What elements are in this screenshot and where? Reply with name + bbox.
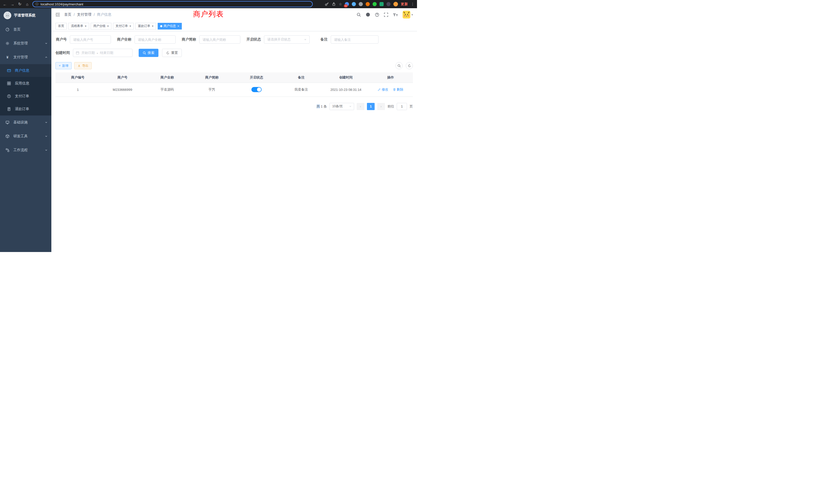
create-time-range-picker[interactable]: 开始日期 - 结束日期 bbox=[73, 49, 132, 57]
monitor-icon bbox=[5, 120, 10, 124]
help-icon[interactable] bbox=[375, 13, 379, 17]
col-header-merchant-no: 商户号 bbox=[100, 72, 145, 83]
user-avatar bbox=[403, 11, 410, 19]
tab-close-icon[interactable]: × bbox=[129, 24, 131, 28]
app-title: 芋道管理系统 bbox=[14, 13, 36, 18]
reload-icon[interactable]: ↻ bbox=[18, 2, 22, 6]
sidebar-item-infrastructure[interactable]: 基础设施 bbox=[0, 115, 51, 129]
status-select[interactable]: 请选择开启状态 bbox=[264, 36, 310, 44]
chevron-down-icon bbox=[304, 38, 307, 41]
goto-page-input[interactable] bbox=[397, 103, 407, 110]
show-search-toggle-button[interactable] bbox=[395, 62, 403, 69]
next-page-button[interactable]: › bbox=[377, 103, 385, 110]
tab-user-group[interactable]: 用户分组 × bbox=[91, 23, 111, 29]
refresh-icon bbox=[408, 64, 411, 68]
tab-process-form[interactable]: 流程表单 × bbox=[68, 23, 89, 29]
create-time-label: 创建时间 bbox=[56, 50, 73, 55]
prev-page-button[interactable]: ‹ bbox=[357, 103, 364, 110]
extension-icon[interactable] bbox=[352, 2, 356, 6]
col-header-status: 开启状态 bbox=[234, 72, 279, 83]
page-size-select[interactable]: 10条/页 bbox=[329, 103, 354, 110]
filter-merchant-no: 商户号 bbox=[56, 36, 111, 44]
share-icon[interactable] bbox=[332, 2, 336, 6]
browser-menu-icon[interactable]: ⋮ bbox=[411, 2, 414, 6]
search-icon[interactable] bbox=[357, 13, 361, 17]
edit-link[interactable]: 修改 bbox=[378, 87, 388, 92]
extension-icon[interactable] bbox=[359, 2, 363, 6]
full-name-input[interactable] bbox=[135, 36, 176, 44]
notification-badge: 10 bbox=[344, 4, 348, 7]
browser-profile-avatar[interactable] bbox=[393, 2, 398, 6]
chevron-down-icon bbox=[349, 105, 352, 108]
status-toggle[interactable] bbox=[251, 87, 262, 92]
home-icon[interactable]: ⌂ bbox=[25, 2, 29, 6]
reset-button[interactable]: 重置 bbox=[162, 49, 182, 57]
col-header-full-name: 商户全称 bbox=[145, 72, 190, 83]
sidebar-item-app-info[interactable]: 应用信息 bbox=[0, 77, 51, 90]
sidebar-item-payment[interactable]: ¥ 支付管理 bbox=[0, 50, 51, 64]
remark-input[interactable] bbox=[331, 36, 378, 44]
fullscreen-icon[interactable] bbox=[384, 13, 388, 17]
short-name-input[interactable] bbox=[199, 36, 240, 44]
sidebar-toggle-icon[interactable] bbox=[56, 13, 60, 17]
chevron-down-icon bbox=[45, 135, 48, 138]
grid-icon bbox=[7, 81, 11, 86]
add-button[interactable]: + 新增 bbox=[56, 62, 72, 69]
tab-close-icon[interactable]: × bbox=[107, 24, 109, 28]
sidebar-item-system[interactable]: 系统管理 bbox=[0, 37, 51, 50]
back-icon[interactable]: ← bbox=[3, 2, 7, 6]
app-logo[interactable]: 芋道管理系统 bbox=[0, 8, 51, 23]
remark-label: 备注 bbox=[321, 37, 331, 42]
user-menu[interactable]: ▾ bbox=[403, 11, 413, 19]
breadcrumb-payment[interactable]: 支付管理 bbox=[77, 12, 91, 17]
tab-refund-order[interactable]: 退款订单 × bbox=[135, 23, 156, 29]
tab-close-icon[interactable]: × bbox=[177, 24, 179, 28]
password-key-icon[interactable] bbox=[325, 2, 329, 6]
export-button[interactable]: 导出 bbox=[74, 62, 92, 69]
merchant-no-label: 商户号 bbox=[56, 37, 70, 42]
cell-id: 1 bbox=[56, 83, 100, 96]
tab-home[interactable]: 首页 bbox=[56, 23, 67, 29]
col-header-short-name: 商户简称 bbox=[190, 72, 234, 83]
extension-icon[interactable] bbox=[366, 2, 370, 6]
chevron-up-icon bbox=[45, 56, 48, 59]
refresh-table-button[interactable] bbox=[406, 62, 413, 69]
cell-create-time: 2021-10-23 08:31:14 bbox=[324, 83, 368, 96]
breadcrumb-separator: / bbox=[94, 13, 95, 17]
dashboard-icon bbox=[5, 27, 10, 31]
tag-views-bar: 首页 流程表单 × 用户分组 × 支付订单 × 退款订单 × bbox=[51, 21, 417, 31]
breadcrumb-home[interactable]: 首页 bbox=[64, 12, 71, 17]
calendar-icon bbox=[76, 51, 79, 55]
merchant-table: 商户编号 商户号 商户全称 商户简称 开启状态 备注 创建时间 操作 1 M23… bbox=[56, 72, 413, 97]
navbar-actions: ▾ bbox=[357, 11, 413, 19]
tab-merchant-info[interactable]: 商户信息 × bbox=[158, 23, 182, 29]
search-button[interactable]: 搜索 bbox=[139, 49, 158, 57]
document-icon bbox=[7, 107, 11, 111]
sidebar-item-workflow[interactable]: 工作流程 bbox=[0, 143, 51, 157]
tab-close-icon[interactable]: × bbox=[152, 24, 154, 28]
delete-link[interactable]: 删除 bbox=[393, 87, 403, 92]
sidebar-item-home[interactable]: 首页 bbox=[0, 23, 51, 37]
font-size-icon[interactable] bbox=[393, 13, 398, 17]
site-info-icon[interactable]: ⓘ bbox=[36, 2, 39, 6]
toolbox-icon bbox=[5, 134, 10, 138]
bookmark-star-icon[interactable]: ☆ bbox=[339, 2, 342, 6]
sidebar-item-merchant-info[interactable]: 商户信息 bbox=[0, 64, 51, 77]
github-icon[interactable] bbox=[366, 12, 370, 17]
sidebar-item-pay-order[interactable]: 支付订单 bbox=[0, 90, 51, 102]
extension-icon[interactable] bbox=[387, 2, 391, 6]
sidebar-item-refund-order[interactable]: 退款订单 bbox=[0, 102, 51, 115]
tab-pay-order[interactable]: 支付订单 × bbox=[113, 23, 134, 29]
table-row: 1 M233666999 芋道源码 芋艿 我是备注 2021-10-23 08:… bbox=[56, 83, 413, 96]
forward-icon[interactable]: → bbox=[10, 2, 15, 6]
page-number-button[interactable]: 1 bbox=[367, 103, 375, 110]
extension-icon[interactable] bbox=[379, 2, 383, 6]
tab-close-icon[interactable]: × bbox=[85, 24, 87, 28]
merchant-no-input[interactable] bbox=[70, 36, 111, 44]
breadcrumb-separator: / bbox=[74, 13, 75, 17]
sidebar-item-dev-tools[interactable]: 研发工具 bbox=[0, 129, 51, 143]
browser-update-button[interactable]: 更新 bbox=[401, 2, 408, 6]
extension-icon[interactable] bbox=[373, 2, 377, 6]
address-bar[interactable]: ⓘ localhost:1024/pay/merchant bbox=[32, 1, 313, 7]
extension-icon[interactable]: 10 bbox=[345, 2, 349, 6]
